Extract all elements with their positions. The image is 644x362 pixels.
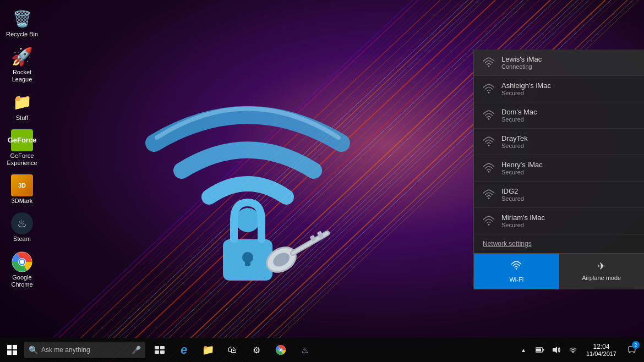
wifi-network-status-lewis: Connecting xyxy=(501,63,542,70)
wifi-network-name-idg2: IDG2 xyxy=(501,187,524,195)
svg-rect-68 xyxy=(543,349,544,351)
wifi-network-miriams[interactable]: Miriam's iMac Secured xyxy=(474,208,644,234)
taskbar: 🔍 Ask me anything 🎤 e 📁 🛍 ⚙ xyxy=(0,338,644,362)
desktop-icon-recycle-bin[interactable]: 🗑️ Recycle Bin xyxy=(2,6,42,40)
wifi-signal-icon-henrys xyxy=(483,162,495,174)
wifi-network-doms-mac[interactable]: Dom's Mac Secured xyxy=(474,102,644,129)
svg-rect-58 xyxy=(155,346,159,349)
search-icon: 🔍 xyxy=(29,345,38,354)
svg-rect-38 xyxy=(290,231,330,256)
steam-label: Steam xyxy=(13,235,31,243)
taskbar-edge[interactable]: e xyxy=(172,338,196,362)
taskbar-search-box[interactable]: 🔍 Ask me anything 🎤 xyxy=(24,342,145,358)
wifi-network-status-draytek: Secured xyxy=(501,142,528,149)
stuff-icon: 📁 xyxy=(11,91,33,113)
taskbar-chrome[interactable] xyxy=(269,338,293,362)
airplane-mode-button[interactable]: ✈ Airplane mode xyxy=(559,254,645,289)
desktop-icon-geforce[interactable]: GeForce GeForce Experience xyxy=(2,127,42,169)
wifi-network-status-idg2: Secured xyxy=(501,195,524,202)
recycle-bin-label: Recycle Bin xyxy=(6,31,38,38)
microphone-icon: 🎤 xyxy=(132,345,141,354)
geforce-label: GeForce Experience xyxy=(4,152,40,167)
3dmark-icon: 3D xyxy=(11,174,33,196)
steam-icon: ♨ xyxy=(11,212,33,234)
wifi-network-name-miriams: Miriam's iMac xyxy=(501,213,545,222)
chrome-label: Google Chrome xyxy=(4,274,40,288)
action-center-button[interactable]: 2 xyxy=(622,338,642,362)
desktop-icon-3dmark[interactable]: 3D 3DMark xyxy=(2,172,42,207)
tray-volume-icon[interactable] xyxy=(549,338,564,362)
svg-point-47 xyxy=(488,92,490,94)
wifi-network-ashleigh[interactable]: Ashleigh's iMac Secured xyxy=(474,76,644,102)
svg-rect-55 xyxy=(13,345,17,349)
task-view-icon xyxy=(155,346,165,354)
wifi-signal-icon-lewis xyxy=(483,57,495,69)
svg-rect-60 xyxy=(155,350,159,354)
search-placeholder-text: Ask me anything xyxy=(41,346,90,354)
wifi-network-name-lewis: Lewis's iMac xyxy=(501,55,542,63)
start-button[interactable] xyxy=(0,338,24,362)
taskbar-clock[interactable]: 12:04 11/04/2017 xyxy=(582,338,621,362)
volume-icon xyxy=(552,346,561,354)
desktop: 🗑️ Recycle Bin 🚀 Rocket League 📁 Stuff G… xyxy=(0,0,644,362)
wifi-toggle-icon xyxy=(511,260,522,274)
desktop-icon-chrome[interactable]: Google Chrome xyxy=(2,249,42,290)
action-center-badge: 2 xyxy=(632,341,640,349)
svg-point-46 xyxy=(488,65,490,67)
stuff-label: Stuff xyxy=(16,114,28,122)
svg-rect-61 xyxy=(160,350,165,354)
wifi-toggle-button[interactable]: Wi-Fi xyxy=(474,254,559,289)
wifi-signal-icon-doms xyxy=(483,109,495,122)
taskbar-right-area: ▲ xyxy=(516,338,644,362)
desktop-icons-container: 🗑️ Recycle Bin 🚀 Rocket League 📁 Stuff G… xyxy=(0,6,44,290)
desktop-icon-stuff[interactable]: 📁 Stuff xyxy=(2,89,42,124)
tray-battery-icon[interactable] xyxy=(532,338,548,362)
svg-point-51 xyxy=(488,198,490,199)
svg-point-45 xyxy=(20,260,24,264)
wifi-network-status-henrys: Secured xyxy=(501,169,543,175)
taskbar-task-view[interactable] xyxy=(148,338,172,362)
wifi-network-info-idg2: IDG2 Secured xyxy=(501,187,524,202)
svg-point-32 xyxy=(236,208,260,232)
tray-arrow-icon[interactable]: ▲ xyxy=(516,338,531,362)
wifi-network-info-ashleigh: Ashleigh's iMac Secured xyxy=(501,81,551,96)
wifi-network-lewis-imac[interactable]: Lewis's iMac Connecting xyxy=(474,50,644,76)
taskbar-apps-container: e 📁 🛍 ⚙ ♨ xyxy=(148,338,317,362)
network-settings-link[interactable]: Network settings xyxy=(474,234,644,253)
airplane-mode-icon: ✈ xyxy=(597,260,605,272)
taskbar-file-explorer[interactable]: 📁 xyxy=(196,338,220,362)
svg-rect-56 xyxy=(7,350,12,355)
svg-rect-57 xyxy=(13,350,17,355)
taskbar-store[interactable]: 🛍 xyxy=(220,338,244,362)
rocket-league-label: Rocket League xyxy=(4,69,40,83)
wifi-signal-icon-idg2 xyxy=(483,189,495,201)
desktop-icon-steam[interactable]: ♨ Steam xyxy=(2,210,42,245)
svg-point-53 xyxy=(516,268,517,270)
clock-date: 11/04/2017 xyxy=(586,350,616,357)
airplane-mode-label: Airplane mode xyxy=(582,275,621,281)
svg-point-49 xyxy=(488,145,490,146)
wifi-network-status-ashleigh: Secured xyxy=(501,90,551,96)
wifi-network-draytek[interactable]: DrayTek Secured xyxy=(474,129,644,155)
wifi-network-info-miriams: Miriam's iMac Secured xyxy=(501,213,545,228)
taskbar-settings[interactable]: ⚙ xyxy=(244,338,269,362)
svg-rect-35 xyxy=(245,257,250,266)
tray-wifi-icon[interactable] xyxy=(565,338,581,362)
svg-rect-67 xyxy=(536,349,541,352)
windows-logo-icon xyxy=(7,345,17,355)
wifi-network-info-draytek: DrayTek Secured xyxy=(501,134,528,149)
battery-icon xyxy=(536,347,544,353)
wifi-network-idg2[interactable]: IDG2 Secured xyxy=(474,182,644,208)
clock-time: 12:04 xyxy=(593,343,609,350)
3dmark-label: 3DMark xyxy=(12,198,33,205)
wifi-signal-icon-draytek xyxy=(483,136,495,148)
svg-point-48 xyxy=(488,118,490,120)
wifi-network-henrys-imac[interactable]: Henry's iMac Secured xyxy=(474,155,644,182)
wifi-signal-icon-ashleigh xyxy=(483,83,495,95)
wifi-toggle-label: Wi-Fi xyxy=(509,276,523,283)
svg-marker-69 xyxy=(553,347,557,353)
wifi-lock-illustration xyxy=(55,28,440,336)
svg-point-65 xyxy=(280,349,282,351)
taskbar-steam[interactable]: ♨ xyxy=(293,338,317,362)
desktop-icon-rocket-league[interactable]: 🚀 Rocket League xyxy=(2,43,42,85)
